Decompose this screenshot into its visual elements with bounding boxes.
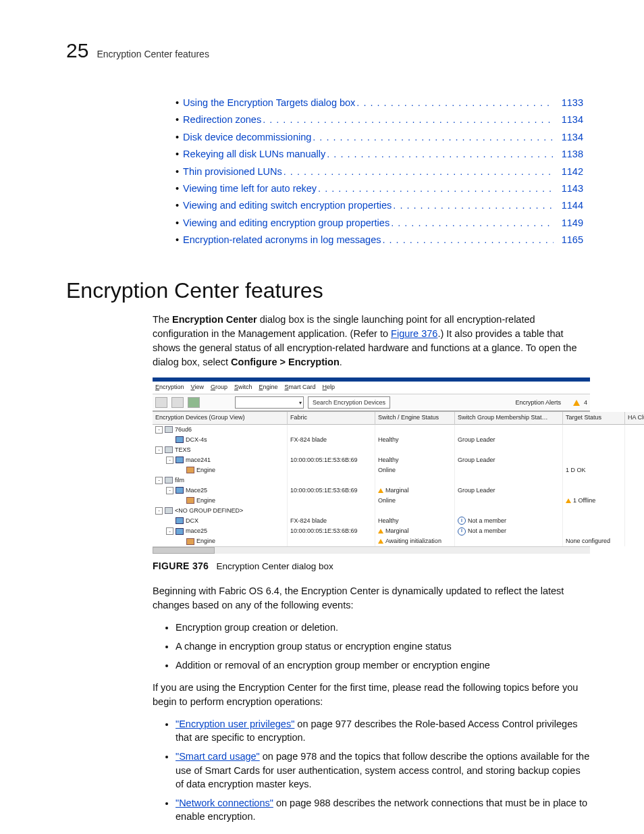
column-header[interactable]: Target Status (563, 412, 625, 424)
device-cell[interactable]: -mace25 (153, 526, 288, 536)
menu-item[interactable]: View (191, 383, 204, 392)
menu-item[interactable]: Encryption (155, 383, 184, 392)
text-bold: Encryption Center (172, 314, 257, 325)
engine-icon (186, 538, 194, 545)
toc-page-link[interactable]: 1138 (554, 146, 583, 163)
menu-item[interactable]: Help (323, 383, 336, 392)
toc-page-link[interactable]: 1144 (554, 197, 583, 214)
device-cell[interactable]: -mace241 (153, 455, 288, 465)
device-cell[interactable]: -76ud6 (153, 425, 288, 435)
tree-toggle-icon[interactable]: - (166, 457, 173, 464)
tree-toggle-icon[interactable]: - (155, 507, 163, 515)
toc-link[interactable]: Viewing and editing switch encryption pr… (183, 197, 392, 214)
column-header[interactable]: Encryption Devices (Group View) (153, 412, 288, 424)
device-name: Engine (196, 466, 215, 475)
device-cell[interactable]: -Mace25 (153, 486, 288, 496)
tree-toggle-icon[interactable]: - (155, 446, 163, 454)
toc-link[interactable]: Rekeying all disk LUNs manually (183, 146, 325, 163)
device-cell[interactable]: Engine (153, 465, 288, 475)
device-cell[interactable]: -<NO GROUP DEFINED> (153, 506, 288, 516)
device-name: Engine (196, 537, 215, 546)
toc-page-link[interactable]: 1143 (554, 180, 583, 197)
table-cell (563, 455, 625, 465)
toc-link[interactable]: Encryption-related acronyms in log messa… (183, 232, 381, 249)
table-cell (625, 506, 644, 516)
toc-link[interactable]: Thin provisioned LUNs (183, 163, 282, 180)
filter-dropdown[interactable] (235, 396, 304, 409)
toc-link[interactable]: Viewing and editing encryption group pro… (183, 215, 390, 232)
device-cell[interactable]: DCX (153, 516, 288, 526)
device-name: <NO GROUP DEFINED> (175, 506, 243, 515)
toc-entry: • Using the Encryption Targets dialog bo… (176, 95, 583, 111)
column-header[interactable]: HA Cluster (625, 412, 644, 424)
toc-link[interactable]: Disk device decommissioning (183, 129, 311, 146)
table-cell: Marginal (375, 486, 455, 496)
toc-leader-dots: . . . . . . . . . . . . . . . . . . . . … (325, 146, 554, 163)
topic-xref-link[interactable]: "Encryption user privileges" (176, 719, 294, 729)
device-cell[interactable]: Engine (153, 536, 288, 546)
table-cell (288, 465, 375, 475)
table-cell (375, 475, 455, 486)
search-input[interactable]: Search Encryption Devices (308, 396, 390, 409)
column-header[interactable]: Switch / Engine Status (375, 412, 455, 424)
device-name: Engine (196, 496, 215, 505)
table-cell (288, 475, 375, 486)
menu-item[interactable]: Engine (259, 383, 277, 392)
list-item: A change in encryption group status or e… (176, 640, 590, 653)
table-cell (563, 486, 625, 496)
list-item: Encryption group creation or deletion. (176, 621, 590, 634)
table-cell: Healthy (375, 435, 455, 445)
toc-link[interactable]: Redirection zones (183, 111, 261, 128)
table-cell (455, 536, 563, 546)
group-icon (165, 426, 173, 433)
paragraph: If you are using the Encryption Center f… (153, 681, 590, 709)
toc-page-link[interactable]: 1149 (554, 215, 583, 232)
toc-link[interactable]: Using the Encryption Targets dialog box (183, 95, 355, 111)
toc-link[interactable]: Viewing time left for auto rekey (183, 180, 317, 197)
figure-376: EncryptionViewGroupSwitchEngineSmart Car… (153, 377, 590, 573)
table-cell: Marginal (375, 526, 455, 536)
figure-xref-link[interactable]: Figure 376 (391, 328, 437, 339)
tree-toggle-icon[interactable]: - (166, 527, 173, 535)
toc-page-link[interactable]: 1133 (554, 95, 583, 111)
table-cell: None configured (563, 536, 625, 546)
toc-page-link[interactable]: 1165 (554, 232, 583, 249)
column-header[interactable]: Fabric (288, 412, 375, 424)
table-cell (625, 425, 644, 435)
toc-page-link[interactable]: 1134 (554, 129, 583, 146)
table-cell (625, 455, 644, 465)
paragraph: Beginning with Fabric OS 6.4, the Encryp… (153, 584, 590, 613)
device-cell[interactable]: DCX-4s (153, 435, 288, 445)
topic-xref-link[interactable]: "Smart card usage" (176, 751, 260, 762)
tree-toggle-icon[interactable]: - (155, 477, 163, 484)
toc-page-link[interactable]: 1142 (554, 163, 583, 180)
refresh-button[interactable] (188, 397, 200, 408)
list-item: "Network connections" on page 988 descri… (176, 796, 590, 824)
toc-page-link[interactable]: 1134 (554, 111, 583, 128)
horizontal-scrollbar[interactable] (153, 546, 590, 554)
toolbar-button[interactable] (171, 397, 184, 408)
text: The (153, 314, 172, 325)
toc-entry: • Viewing and editing switch encryption … (176, 197, 583, 214)
table-cell: Healthy (375, 455, 455, 465)
table-cell: 10:00:00:05:1E:53:6B:69 (288, 486, 375, 496)
tree-toggle-icon[interactable]: - (155, 426, 163, 434)
table-cell (625, 526, 644, 536)
menu-item[interactable]: Switch (234, 383, 252, 392)
toolbar-button[interactable] (155, 397, 167, 408)
table-cell: Group Leader (455, 455, 563, 465)
table-cell: Healthy (375, 516, 455, 526)
tree-toggle-icon[interactable]: - (166, 487, 173, 494)
device-cell[interactable]: Engine (153, 496, 288, 506)
table-cell: Online (375, 465, 455, 475)
toc-entry: • Viewing and editing encryption group p… (176, 215, 583, 232)
menu-item[interactable]: Smart Card (285, 383, 316, 392)
topic-xref-link[interactable]: "Network connections" (176, 798, 273, 808)
menu-item[interactable]: Group (211, 383, 227, 392)
toc-leader-dots: . . . . . . . . . . . . . . . . . . . . … (282, 163, 554, 180)
table-cell (288, 536, 375, 546)
column-header[interactable]: Switch Group Membership Stat… (455, 412, 563, 424)
table-cell (625, 465, 644, 475)
device-cell[interactable]: -film (153, 475, 288, 486)
device-cell[interactable]: -TEXS (153, 445, 288, 455)
